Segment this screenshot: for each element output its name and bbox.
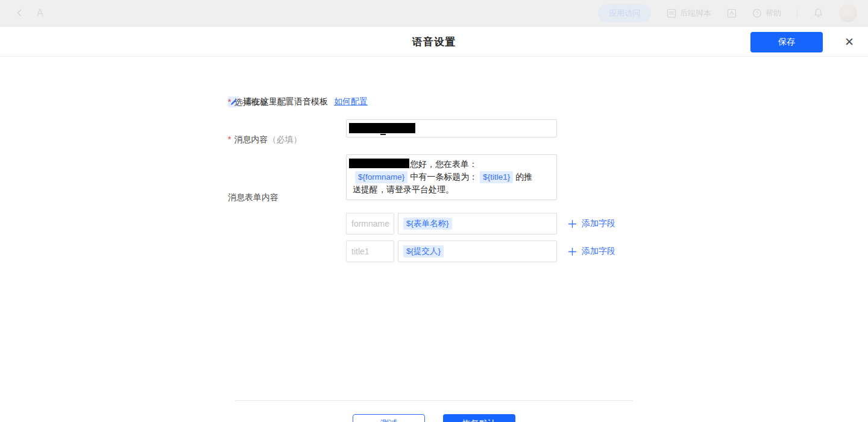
help-icon: ? [752, 8, 762, 18]
field-mapping-row: ${提交人} 添加字段 [346, 241, 615, 262]
topbar-divider [797, 9, 797, 17]
redacted-message-prefix [349, 159, 409, 168]
message-content-textarea[interactable]: 您好，您在表单： ${formname}中有一条标题为：${title1}的推 … [346, 154, 557, 200]
variable-chip-title1: ${title1} [480, 171, 513, 183]
save-button[interactable]: 保存 [750, 32, 823, 52]
close-icon[interactable]: ✕ [841, 34, 857, 49]
required-asterisk: * [228, 134, 231, 144]
required-suffix: （必填） [268, 134, 301, 144]
message-line3: 送提醒，请登录平台处理。 [353, 184, 454, 194]
label-text: 消息内容 [234, 134, 268, 144]
bell-icon[interactable] [813, 8, 823, 18]
variable-chip-formname: ${formname} [355, 171, 407, 183]
template-select-input[interactable] [346, 119, 557, 137]
panel-header: 语音设置 保存 ✕ [0, 27, 868, 57]
field-key-input[interactable] [346, 213, 394, 235]
topbar-item-label: 后端脚本 [680, 8, 711, 19]
script-icon [667, 8, 676, 18]
field-value-input[interactable]: ${表单名称} [398, 213, 557, 235]
message-line1: 您好，您在表单： [410, 159, 477, 169]
label-text: 选择模板 [234, 97, 268, 107]
page-title: 语音设置 [0, 27, 868, 57]
restore-default-button[interactable]: 恢复默认 [443, 414, 515, 422]
plus-icon [568, 247, 577, 256]
footer-divider [235, 400, 633, 401]
how-to-configure-link[interactable]: 如何配置 [334, 96, 368, 107]
add-field-button[interactable]: 添加字段 [568, 246, 615, 257]
fields-section-label: 消息表单内容 [228, 192, 278, 203]
avatar[interactable] [839, 4, 857, 22]
svg-text:?: ? [756, 10, 759, 16]
field-value-input[interactable]: ${提交人} [398, 241, 557, 262]
redaction-underscore [380, 134, 386, 135]
app-access-pill[interactable]: 应用访问 [598, 4, 651, 22]
add-field-label: 添加字段 [582, 246, 615, 257]
back-chevron-icon[interactable] [16, 9, 24, 17]
variable-chip-form-name: ${表单名称} [403, 218, 452, 230]
app-initial: A [37, 8, 43, 19]
topbar: A 应用访问 后端脚本 ? 帮助 [0, 0, 868, 27]
field-mapping-row: ${表单名称} 添加字段 [346, 213, 615, 235]
plus-icon [568, 219, 577, 228]
add-field-label: 添加字段 [582, 218, 615, 229]
required-suffix: （必填） [268, 97, 301, 107]
topbar-item-label: 帮助 [766, 8, 781, 19]
template-label: *选择模板（必填） [228, 97, 301, 108]
field-key-input[interactable] [346, 241, 394, 262]
message-label: *消息内容（必填） [228, 134, 301, 145]
topbar-item-script[interactable]: 后端脚本 [667, 8, 711, 19]
add-field-button[interactable]: 添加字段 [568, 218, 615, 229]
voice-settings-panel: 语音设置 保存 ✕ 请在这里配置语音模板 如何配置 *选择模板（必填） *消息内… [0, 27, 868, 422]
required-asterisk: * [228, 97, 231, 107]
redacted-template-value [349, 123, 415, 133]
message-line2-tail: 的推 [515, 172, 532, 181]
test-button[interactable]: 测试 [353, 414, 425, 422]
variable-chip-submitter: ${提交人} [403, 245, 444, 257]
topbar-item-help[interactable]: ? 帮助 [752, 8, 781, 19]
message-line2: 中有一条标题为： [410, 172, 477, 181]
window-icon[interactable] [727, 8, 737, 18]
